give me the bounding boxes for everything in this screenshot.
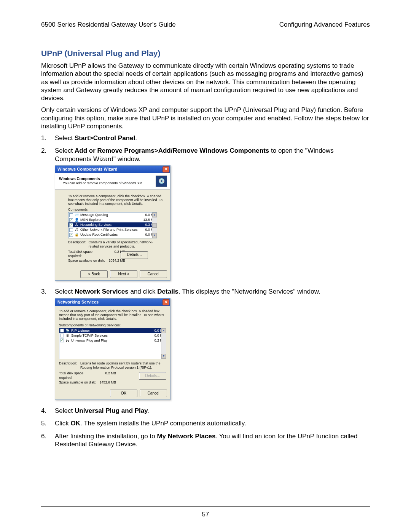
message-queuing-icon: 📨 <box>75 213 79 217</box>
paragraph-1: Microsoft UPnP allows the Gateway to com… <box>41 62 370 102</box>
close-icon[interactable]: ✕ <box>162 299 169 305</box>
header-right: Configuring Advanced Features <box>279 21 370 29</box>
scroll-down-icon[interactable]: ▼ <box>161 354 166 359</box>
ns-description-label: Description: <box>59 361 78 370</box>
subcomponents-listbox[interactable]: 📡 RIP Listener 0.0 MB 🖥 Simple TCP/IP Se… <box>59 328 166 359</box>
disk-available-row: Space available on disk: 1034.2 MB <box>68 259 157 263</box>
ns-button-row: OK Cancel <box>55 387 170 399</box>
wizard-header: Windows Components You can add or remove… <box>55 173 170 190</box>
ok-button[interactable]: OK <box>110 390 137 397</box>
steps-list: Select Start>Control Panel. Select Add o… <box>41 134 370 448</box>
update-root-certificates-icon: 🔒 <box>75 233 79 237</box>
step-3-bold: Network Services <box>75 288 129 295</box>
step-2: Select Add or Remove Programs>Add/Remove… <box>41 147 370 281</box>
step-4-bold: Universal Plug and Play <box>75 407 148 414</box>
subcomponent-name: Universal Plug and Play <box>71 339 148 343</box>
step-1-text: Select <box>55 134 75 142</box>
components-listbox[interactable]: 📨 Message Queuing 0.0 MB 👤 MSN Explorer … <box>68 212 157 238</box>
ns-instruction: To add or remove a component, click the … <box>59 309 166 321</box>
step-5-bold: OK <box>71 420 81 427</box>
step-4-text: Select <box>55 407 75 414</box>
component-name: Networking Services <box>80 223 139 227</box>
scroll-up-icon[interactable]: ▲ <box>161 328 166 333</box>
header-left: 6500 Series Residential Gateway User's G… <box>41 21 176 29</box>
checkbox-icon[interactable] <box>69 228 73 232</box>
component-row-selected[interactable]: 🖧 Networking Services 0.3 MB <box>68 222 157 227</box>
checkbox-icon[interactable] <box>69 223 73 227</box>
ns-disk-required-label: Total disk space required: <box>59 371 97 380</box>
subcomponent-name: Simple TCP/IP Services <box>71 334 148 338</box>
simple-tcpip-icon: 🖥 <box>65 334 70 338</box>
ns-disk-required-value: 0.2 MB <box>97 371 116 380</box>
component-name: Update Root Certificates <box>80 233 139 237</box>
section-title: UPnP (Universal Plug and Play) <box>41 49 370 58</box>
step-1-bold: Start>Control Panel <box>75 134 135 142</box>
step-2-text: Select <box>55 147 75 154</box>
wizard-title: Windows Components Wizard <box>57 167 117 172</box>
subcomponent-row-selected[interactable]: 📡 RIP Listener 0.0 MB <box>59 328 166 333</box>
component-name: MSN Explorer <box>80 218 139 222</box>
wizard-button-row: < Back Next > Cancel <box>55 268 170 280</box>
other-network-services-icon: 🖨 <box>75 228 79 232</box>
checkbox-icon[interactable] <box>69 233 73 237</box>
step-5-text: Click <box>55 420 71 427</box>
component-row[interactable]: 👤 MSN Explorer 13.5 MB <box>68 217 157 222</box>
paragraph-2: Only certain versions of Windows XP and … <box>41 106 370 130</box>
step-5: Click OK. The system installs the UPnP c… <box>41 419 370 427</box>
back-button[interactable]: < Back <box>80 270 108 278</box>
wizard-dialog: Windows Components Wizard ✕ Windows Comp… <box>55 165 170 281</box>
step-6-text: After finishing the installation, go to <box>55 433 157 440</box>
step-3-text3: . This displays the "Networking Services… <box>178 288 320 295</box>
scroll-thumb[interactable] <box>152 223 157 228</box>
step-6: After finishing the installation, go to … <box>41 432 370 449</box>
component-row[interactable]: 📨 Message Queuing 0.0 MB <box>68 212 157 217</box>
details-button[interactable]: Details... <box>121 251 148 259</box>
windows-components-icon: 💿 <box>156 176 167 187</box>
checkbox-icon[interactable] <box>60 339 64 342</box>
step-3-text2: and click <box>129 288 158 295</box>
disk-required-label: Total disk space required: <box>68 250 106 259</box>
scroll-up-icon[interactable]: ▲ <box>152 212 157 217</box>
component-row[interactable]: 🖨 Other Network File and Print Services … <box>68 227 157 232</box>
ns-titlebar[interactable]: Networking Services ✕ <box>55 299 170 306</box>
page-number: 57 <box>202 511 209 518</box>
page-header: 6500 Series Residential Gateway User's G… <box>41 21 370 29</box>
disk-available-label: Space available on disk: <box>68 259 106 263</box>
ns-disk-available-label: Space available on disk: <box>59 380 97 385</box>
rip-listener-icon: 📡 <box>65 329 70 333</box>
step-3-text: Select <box>55 288 75 295</box>
description-label: Description: <box>68 240 86 249</box>
cancel-button[interactable]: Cancel <box>140 390 167 397</box>
subcomponent-row[interactable]: 🖧 Universal Plug and Play 0.2 MB <box>59 338 166 343</box>
step-5-suffix: . The system installs the UPnP component… <box>80 420 246 427</box>
header-rule <box>41 31 370 31</box>
component-name: Other Network File and Print Services <box>80 228 139 232</box>
disk-available-value: 1034.2 MB <box>106 259 125 263</box>
ns-description-line: Description: Listens for route updates s… <box>59 361 166 370</box>
checkbox-icon[interactable] <box>60 329 64 332</box>
scrollbar[interactable]: ▲ ▼ <box>161 328 166 359</box>
wizard-header-sub: You can add or remove components of Wind… <box>63 181 142 185</box>
cancel-button[interactable]: Cancel <box>140 270 167 278</box>
component-row[interactable]: 🔒 Update Root Certificates 0.0 MB <box>68 232 157 237</box>
subcomponent-row[interactable]: 🖥 Simple TCP/IP Services 0.0 MB <box>59 333 166 338</box>
checkbox-icon[interactable] <box>69 213 73 217</box>
wizard-titlebar[interactable]: Windows Components Wizard ✕ <box>55 166 170 173</box>
checkbox-icon[interactable] <box>69 218 73 222</box>
footer-rule <box>41 506 370 507</box>
close-icon[interactable]: ✕ <box>162 166 169 173</box>
document-page: 6500 Series Residential Gateway User's G… <box>0 0 411 532</box>
wizard-header-title: Windows Components <box>59 177 142 182</box>
next-button[interactable]: Next > <box>110 270 137 278</box>
step-2-bold: Add or Remove Programs>Add/Remove Window… <box>75 147 269 154</box>
checkbox-icon[interactable] <box>60 334 64 337</box>
step-1-suffix: . <box>135 134 137 142</box>
scrollbar[interactable]: ▲ ▼ <box>152 212 157 238</box>
step-4: Select Universal Plug and Play. <box>41 407 370 415</box>
step-3-bold2: Details <box>157 288 178 295</box>
step-4-suffix: . <box>148 407 150 414</box>
components-label: Components: <box>68 208 166 212</box>
ns-disk-available-row: Space available on disk: 1452.6 MB <box>59 380 166 385</box>
networking-services-icon: 🖧 <box>75 223 79 227</box>
scroll-down-icon[interactable]: ▼ <box>152 233 157 238</box>
